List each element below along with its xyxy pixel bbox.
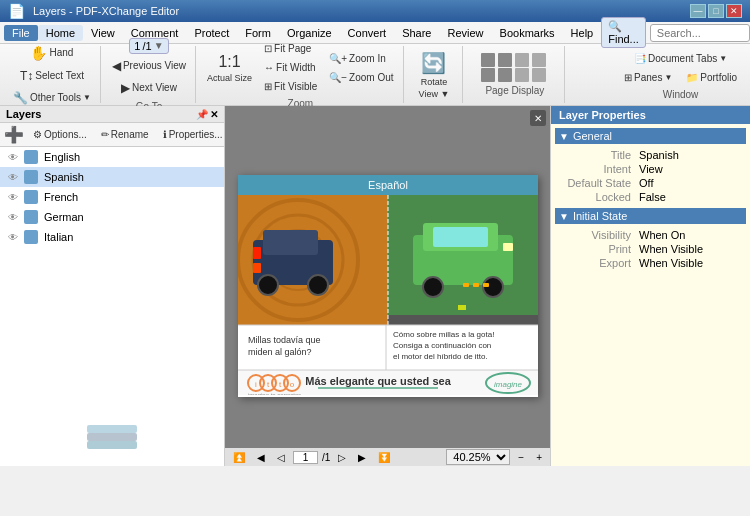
goto-group: 1 /1 ▼ ◀ Previous View ▶ Next View Go To: [103, 46, 196, 103]
layers-icon: [82, 408, 142, 458]
properties-button[interactable]: ℹ Properties...: [158, 126, 228, 143]
menu-convert[interactable]: Convert: [340, 25, 395, 41]
layers-panel-close[interactable]: ✕: [210, 109, 218, 120]
svg-text:Cómo sobre millas a la gota!: Cómo sobre millas a la gota!: [393, 330, 494, 339]
menu-help[interactable]: Help: [563, 25, 602, 41]
main-area: Layers 📌 ✕ ➕ ⚙ Options... ✏ Rename ℹ Pro…: [0, 106, 750, 466]
visibility-row: Visibility When On: [555, 228, 746, 242]
doc-page-total: /1: [322, 452, 330, 463]
layer-item-italian[interactable]: 👁 Italian: [0, 227, 224, 247]
find-button[interactable]: 🔍 Find...: [601, 17, 646, 48]
menu-home[interactable]: Home: [38, 25, 83, 41]
initial-state-section-header: ▼ Initial State: [555, 208, 746, 224]
svg-text:el motor del híbrido de itto.: el motor del híbrido de itto.: [393, 352, 488, 361]
rename-button[interactable]: ✏ Rename: [96, 126, 154, 143]
window-group: 📑 Document Tabs ▼ ⊞ Panes ▼ 📁 Portfolio …: [615, 46, 746, 103]
fit-page-button[interactable]: ⊡ Fit Page: [259, 40, 322, 57]
doc-close-button[interactable]: ✕: [530, 110, 546, 126]
fit-visible-button[interactable]: ⊞ Fit Visible: [259, 78, 322, 95]
scroll-next2-button[interactable]: ▶: [354, 450, 370, 465]
actual-size-button[interactable]: 1:1Actual Size: [202, 50, 257, 86]
print-row: Print When Visible: [555, 242, 746, 256]
layer-item-spanish[interactable]: 👁 Spanish: [0, 167, 224, 187]
rotate-view-button[interactable]: 🔄 Rotate View ▼: [410, 46, 459, 104]
page-display-label: Page Display: [485, 85, 544, 96]
page-display-group: Page Display: [465, 46, 565, 103]
svg-point-11: [258, 275, 278, 295]
properties-panel-header: Layer Properties: [551, 106, 750, 124]
svg-text:i: i: [255, 380, 257, 389]
menu-view[interactable]: View: [83, 25, 123, 41]
svg-point-21: [423, 277, 443, 297]
initial-state-section: ▼ Initial State Visibility When On Print…: [555, 208, 746, 270]
menu-form[interactable]: Form: [237, 25, 279, 41]
rotate-group: 🔄 Rotate View ▼: [406, 46, 464, 103]
layer-item-german[interactable]: 👁 German: [0, 207, 224, 227]
document-area[interactable]: ✕ Español: [225, 106, 550, 466]
layer-name-italian: Italian: [44, 231, 73, 243]
next-view-button[interactable]: ▶ Next View: [116, 78, 182, 98]
search-area: 🔍 Find...: [601, 17, 750, 48]
layer-name-spanish: Spanish: [44, 171, 84, 183]
svg-rect-2: [87, 425, 137, 433]
menu-file[interactable]: File: [4, 25, 38, 41]
layers-toolbar: ➕ ⚙ Options... ✏ Rename ℹ Properties...: [0, 123, 224, 147]
svg-text:Español: Español: [368, 179, 408, 191]
window-title: Layers - PDF-XChange Editor: [33, 5, 179, 17]
document-tabs-button[interactable]: 📑 Document Tabs ▼: [629, 50, 732, 67]
doc-page-input[interactable]: 1: [293, 451, 318, 464]
scroll-end-button[interactable]: ⏬: [374, 450, 394, 465]
menu-bookmarks[interactable]: Bookmarks: [492, 25, 563, 41]
menu-share[interactable]: Share: [394, 25, 439, 41]
intent-row: Intent View: [555, 162, 746, 176]
doc-scrollbar-area: ⏫ ◀ ◁ 1 /1 ▷ ▶ ⏬ 40.25% 50% 75% 100% − +: [225, 448, 550, 466]
zoom-in-button[interactable]: 🔍+ Zoom In: [324, 50, 398, 67]
other-tools-button[interactable]: 🔧 Other Tools ▼: [8, 88, 96, 108]
zoom-out-button[interactable]: 🔍− Zoom Out: [324, 69, 398, 86]
svg-rect-25: [473, 283, 479, 287]
layer-item-english[interactable]: 👁 English: [0, 147, 224, 167]
svg-text:Más elegante que usted sea: Más elegante que usted sea: [305, 375, 451, 387]
close-button[interactable]: ✕: [726, 4, 742, 18]
select-text-button[interactable]: T↕ Select Text: [15, 66, 89, 86]
menu-protect[interactable]: Protect: [186, 25, 237, 41]
svg-text:o: o: [289, 380, 294, 389]
scroll-prev2-button[interactable]: ◁: [273, 450, 289, 465]
portfolio-button[interactable]: 📁 Portfolio: [681, 69, 742, 86]
layers-panel-header: Layers 📌 ✕: [0, 106, 224, 123]
svg-rect-17: [458, 305, 466, 310]
svg-text:imagina te conectes: imagina te conectes: [248, 392, 301, 395]
svg-rect-0: [87, 433, 137, 441]
general-section-header: ▼ General: [555, 128, 746, 144]
properties-content: ▼ General Title Spanish Intent View Defa…: [551, 124, 750, 278]
scroll-top-button[interactable]: ⏫: [229, 450, 249, 465]
hand-tool-button[interactable]: ✋ Hand: [25, 42, 78, 64]
zoom-decrease-button[interactable]: −: [514, 450, 528, 465]
prev-view-button[interactable]: ◀ Previous View: [107, 56, 191, 76]
properties-panel: Layer Properties ▼ General Title Spanish…: [550, 106, 750, 466]
search-input[interactable]: [650, 24, 750, 42]
add-layer-button[interactable]: ➕: [4, 125, 24, 144]
zoom-select[interactable]: 40.25% 50% 75% 100%: [446, 449, 510, 465]
default-state-row: Default State Off: [555, 176, 746, 190]
page-number-display: 1: [134, 40, 140, 52]
svg-point-12: [308, 275, 328, 295]
maximize-button[interactable]: □: [708, 4, 724, 18]
scroll-prev-button[interactable]: ◀: [253, 450, 269, 465]
menu-review[interactable]: Review: [439, 25, 491, 41]
fit-width-button[interactable]: ↔ Fit Width: [259, 59, 322, 76]
options-button[interactable]: ⚙ Options...: [28, 126, 92, 143]
panes-button[interactable]: ⊞ Panes ▼: [619, 69, 677, 86]
layer-item-french[interactable]: 👁 French: [0, 187, 224, 207]
layers-panel: Layers 📌 ✕ ➕ ⚙ Options... ✏ Rename ℹ Pro…: [0, 106, 225, 466]
svg-text:miden al galón?: miden al galón?: [248, 347, 312, 357]
layer-name-french: French: [44, 191, 78, 203]
minimize-button[interactable]: —: [690, 4, 706, 18]
menu-organize[interactable]: Organize: [279, 25, 340, 41]
window-controls: — □ ✕: [690, 4, 742, 18]
zoom-increase-button[interactable]: +: [532, 450, 546, 465]
svg-rect-20: [433, 227, 488, 247]
layers-list: 👁 English 👁 Spanish 👁 French 👁 German: [0, 147, 224, 386]
scroll-next-button[interactable]: ▷: [334, 450, 350, 465]
layers-panel-pin[interactable]: 📌: [196, 109, 208, 120]
